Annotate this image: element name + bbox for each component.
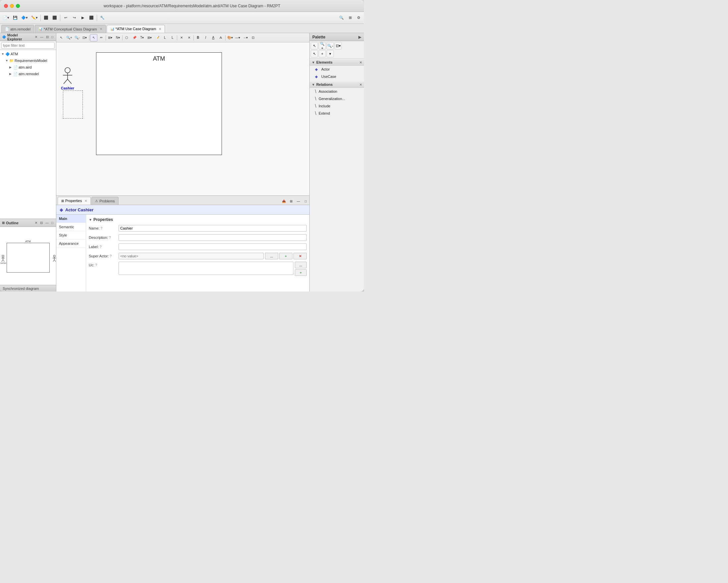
tab-atm-conceptual[interactable]: 📊 *ATM Conceptual Class Diagram ✕ <box>35 25 106 33</box>
model-explorer-close[interactable]: ✕ <box>34 35 38 39</box>
palette-item-actor[interactable]: ◆ Actor <box>310 66 364 73</box>
super-actor-remove-btn[interactable]: ✕ <box>293 253 307 259</box>
tab-properties[interactable]: ⊞ Properties ✕ <box>58 197 91 205</box>
close-button[interactable] <box>4 4 8 8</box>
fit-btn[interactable]: ⊡▾ <box>81 34 88 42</box>
palette-down[interactable]: ▾ <box>327 50 334 57</box>
super-actor-ellipsis-btn[interactable]: ... <box>265 253 278 259</box>
line-btn[interactable]: —▾ <box>234 34 241 42</box>
delete2-btn[interactable]: ✕ <box>185 34 193 42</box>
maximize-button[interactable] <box>16 4 20 8</box>
undo-btn[interactable]: ↩ <box>61 14 70 22</box>
nav-fwd[interactable]: ⬛ <box>51 14 59 22</box>
palette-fit[interactable]: ⊡▾ <box>335 42 342 49</box>
tree-item-atm[interactable]: ▼ 🔷 ATM <box>0 51 56 57</box>
delete-btn[interactable]: ✕ <box>178 34 185 42</box>
cursor-select[interactable]: ↖ <box>90 34 97 42</box>
zoom-in-btn[interactable]: 🔍+ <box>65 34 73 42</box>
misc-btn1[interactable]: 🔧 <box>98 14 106 22</box>
props-toolbar-btn1[interactable]: 📤 <box>280 197 287 205</box>
color-btn[interactable]: 🎨▾ <box>226 34 234 42</box>
tab-properties-close[interactable]: ✕ <box>84 199 87 203</box>
pin-btn[interactable]: 📌 <box>131 34 138 42</box>
prop-help-super-actor[interactable]: ? <box>110 254 112 258</box>
edit-btn[interactable]: ✏️▾ <box>30 14 39 22</box>
redo-btn[interactable]: ↪ <box>70 14 78 22</box>
layout-btn[interactable]: ⊞ <box>346 14 354 22</box>
tab-atm-remodel[interactable]: 📄 atm.remodel <box>1 25 34 33</box>
palette-zoom-out[interactable]: 🔍- <box>327 42 334 49</box>
palette-collapse-arrow[interactable]: ▶ <box>358 35 361 40</box>
note-btn[interactable]: 📝 <box>154 34 161 42</box>
shape-tools[interactable]: ⊞▾ <box>107 34 114 42</box>
prop-name-input[interactable] <box>119 225 307 231</box>
save-button[interactable]: 💾 <box>11 14 19 22</box>
props-maximize-btn[interactable]: □ <box>302 197 309 205</box>
conn-btn[interactable]: ⬡ <box>123 34 130 42</box>
outline-maximize[interactable]: □ <box>51 221 54 225</box>
palette-relations-header[interactable]: ▼ Relations ✕ <box>310 81 364 88</box>
settings-btn[interactable]: ⚙ <box>355 14 363 22</box>
tab-atm-usecase[interactable]: 📊 *ATM Use Case Diagram ✕ <box>107 25 165 33</box>
palette-item-include[interactable]: \ Include <box>310 102 364 110</box>
minimize-button[interactable] <box>10 4 14 8</box>
nav-back[interactable]: ⬛ <box>42 14 50 22</box>
prop-help-uc[interactable]: ? <box>95 263 97 267</box>
outline-close[interactable]: ✕ <box>34 221 38 225</box>
palette-add[interactable]: + <box>319 50 326 57</box>
stop-btn[interactable]: ⬛ <box>87 14 95 22</box>
tab-problems[interactable]: ⚠ Problems <box>92 197 118 205</box>
run-btn[interactable]: ▶ <box>79 14 87 22</box>
tree-item-requirements[interactable]: ▼ 📁 RequirementsModel <box>0 57 56 64</box>
search-btn[interactable]: 🔍 <box>338 14 345 22</box>
tab-close-usecase[interactable]: ✕ <box>159 27 161 31</box>
model-explorer-maximize[interactable]: □ <box>51 35 54 39</box>
palette-item-extend[interactable]: \ Extend <box>310 110 364 117</box>
model-explorer-minimize[interactable]: — <box>40 35 44 39</box>
model-explorer-btn[interactable]: 🔷▾ <box>20 14 29 22</box>
arrow-btn[interactable]: →▾ <box>242 34 249 42</box>
prop-help-label[interactable]: ? <box>100 245 102 249</box>
cursor-tool[interactable]: ✏ <box>98 34 105 42</box>
outline-options[interactable]: ⊟ <box>40 221 43 225</box>
prop-label-input[interactable] <box>119 244 307 250</box>
tree-item-aird[interactable]: ▶ 📄 atm.aird <box>0 64 56 71</box>
node-btn[interactable]: N▾ <box>114 34 122 42</box>
search-input[interactable] <box>1 42 55 49</box>
props-minimize-btn[interactable]: — <box>295 197 302 205</box>
palette-elements-header[interactable]: ▼ Elements ✕ <box>310 59 364 66</box>
strikethrough-btn[interactable]: A̶ <box>217 34 225 42</box>
uc-ellipsis-btn[interactable]: ... <box>295 262 307 268</box>
new-button[interactable]: 📄▾ <box>1 14 10 22</box>
tab-close-conceptual[interactable]: ✕ <box>100 27 102 31</box>
prop-description-input[interactable] <box>119 234 307 241</box>
bold-btn[interactable]: B <box>194 34 202 42</box>
super-actor-add-btn[interactable]: + <box>279 253 292 259</box>
actor-cashier-figure[interactable]: Cashier <box>61 67 74 90</box>
model-explorer-options[interactable]: ⊟ <box>45 35 49 39</box>
sidebar-semantic[interactable]: Semantic <box>56 223 86 231</box>
sidebar-style[interactable]: Style <box>56 231 86 239</box>
outline-minimize[interactable]: — <box>45 221 49 225</box>
sidebar-appearance[interactable]: Appearance <box>56 239 86 248</box>
palette-zoom-in[interactable]: 🔍+ <box>319 42 326 49</box>
sidebar-main[interactable]: Main <box>56 214 86 223</box>
zoom-out-btn[interactable]: 🔍- <box>74 34 81 42</box>
text-btn[interactable]: T▾ <box>138 34 146 42</box>
select-btn[interactable]: ↖ <box>58 34 65 42</box>
misc-diagram-btn[interactable]: ⊡ <box>250 34 257 42</box>
palette-item-generalization[interactable]: \ Generalization... <box>310 95 364 102</box>
palette-select-tool[interactable]: ↖ <box>311 42 318 49</box>
italic-btn[interactable]: I <box>202 34 209 42</box>
props-section-toggle[interactable]: ▼ <box>89 218 92 222</box>
tree-item-remodel[interactable]: ▶ 📄 atm.remodel <box>0 71 56 77</box>
underline-btn[interactable]: A <box>210 34 217 42</box>
uc-add-btn[interactable]: + <box>295 269 307 276</box>
router-btn[interactable]: ⊞▾ <box>146 34 153 42</box>
props-toolbar-btn2[interactable]: ⊞ <box>287 197 295 205</box>
palette-item-association[interactable]: \ Association <box>310 88 364 95</box>
palette-cursor[interactable]: ↖ <box>311 50 318 57</box>
palette-item-usecase[interactable]: ◆ UseCase <box>310 73 364 80</box>
prop-help-description[interactable]: ? <box>109 236 111 239</box>
diagram-area[interactable]: Cashier ATM <box>56 43 309 196</box>
